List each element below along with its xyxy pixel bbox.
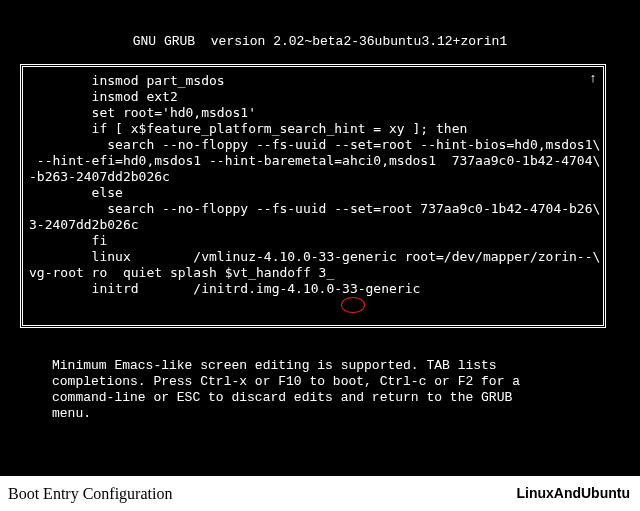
boot-entry-text[interactable]: insmod part_msdos insmod ext2 set root='… [29,73,603,297]
highlight-runlevel-3 [341,297,365,313]
help-text: Minimum Emacs-like screen editing is sup… [52,358,592,422]
grub-title: GNU GRUB version 2.02~beta2-36ubuntu3.12… [0,34,640,49]
caption-bar: Boot Entry Configuration LinuxAndUbuntu [0,476,640,511]
caption-right: LinuxAndUbuntu [516,476,630,511]
grub-screen: GNU GRUB version 2.02~beta2-36ubuntu3.12… [0,0,640,476]
caption-left: Boot Entry Configuration [8,476,172,511]
scroll-up-icon: ↑ [589,71,597,86]
grub-edit-box[interactable]: ↑ insmod part_msdos insmod ext2 set root… [20,64,606,328]
